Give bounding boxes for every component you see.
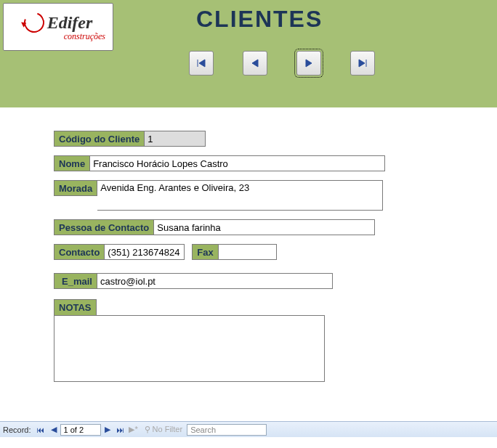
client-form: Código do Cliente Nome Morada Avenida En… <box>0 107 497 382</box>
codigo-field[interactable] <box>145 131 206 147</box>
nome-field[interactable] <box>90 155 385 171</box>
prev-icon <box>251 59 259 68</box>
fax-label: Fax <box>192 244 218 260</box>
contacto-label: Contacto <box>54 244 105 260</box>
morada-field[interactable]: Avenida Eng. Arantes e Oliveira, 23 <box>97 180 383 211</box>
first-record-button[interactable] <box>189 51 214 76</box>
record-label: Record: <box>0 425 34 434</box>
status-search-field[interactable] <box>187 424 267 436</box>
no-filter-indicator[interactable]: ⚲ No Filter <box>145 425 183 434</box>
email-label: E_mail <box>54 273 97 289</box>
next-icon <box>304 59 313 68</box>
status-next-button[interactable]: ▶ <box>101 424 114 436</box>
filter-icon: ⚲ <box>145 425 150 433</box>
next-record-button[interactable] <box>296 51 321 76</box>
status-bar: Record: ⏮ ◀ ▶ ⏭ ▶* ⚲ No Filter <box>0 421 497 437</box>
last-record-button[interactable] <box>350 51 375 76</box>
status-new-record-button[interactable]: ▶* <box>127 424 140 436</box>
notas-label: NOTAS <box>54 299 97 315</box>
pessoa-field[interactable] <box>154 219 375 235</box>
contacto-field[interactable] <box>105 244 185 260</box>
logo-swirl-icon <box>20 9 47 36</box>
logo-main-text: Edifer <box>47 14 93 31</box>
record-nav-buttons <box>189 51 375 76</box>
status-last-button[interactable]: ⏭ <box>114 424 127 436</box>
record-number-field[interactable] <box>60 424 101 436</box>
prev-record-button[interactable] <box>243 51 267 76</box>
nome-label: Nome <box>54 155 90 171</box>
email-field[interactable] <box>97 273 333 289</box>
header: Edifer construções CLIENTES <box>0 0 497 107</box>
fax-field[interactable] <box>219 244 277 260</box>
pessoa-label: Pessoa de Contacto <box>54 219 154 235</box>
first-icon <box>196 58 206 68</box>
status-prev-button[interactable]: ◀ <box>47 424 60 436</box>
morada-label: Morada <box>54 180 97 196</box>
logo-sub-text: construções <box>64 31 105 42</box>
status-first-button[interactable]: ⏮ <box>34 424 47 436</box>
logo: Edifer construções <box>3 3 113 51</box>
codigo-label: Código do Cliente <box>54 131 145 147</box>
notas-field[interactable] <box>54 315 325 382</box>
page-title: CLIENTES <box>196 6 323 33</box>
last-icon <box>357 58 368 68</box>
